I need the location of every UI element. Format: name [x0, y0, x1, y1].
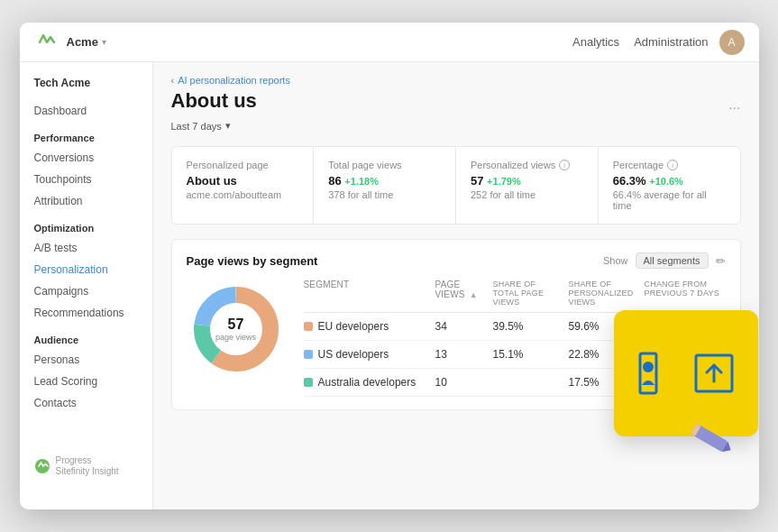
- sidebar-item-contacts[interactable]: Contacts: [20, 392, 152, 414]
- segment-name-2: Australia developers: [304, 376, 432, 389]
- person-bracket-icon: [637, 351, 682, 396]
- segment-share-total-1: 15.1%: [493, 348, 565, 361]
- stat-label-1: Total page views: [328, 160, 441, 170]
- date-filter-label: Last 7 days: [171, 121, 222, 132]
- segment-label-1: US developers: [318, 348, 389, 361]
- col-segment: SEGMENT: [304, 280, 432, 307]
- stat-sub-0: acme.com/aboutteam: [187, 189, 299, 200]
- donut-chart: 57 page views: [187, 280, 286, 379]
- footer-line2: Sitefinity Insight: [56, 466, 119, 477]
- stat-personalized-views: Personalized views i 57 +1.79% 252 for a…: [456, 147, 599, 224]
- segment-views-2: 10: [435, 376, 490, 389]
- sidebar-item-touchpoints[interactable]: Touchpoints: [20, 169, 152, 190]
- app-window: Acme ▾ Analytics Administration A Tech A…: [20, 23, 759, 509]
- stat-main-3: 66.3% +10.6%: [613, 174, 726, 188]
- stat-main-0: About us: [187, 174, 299, 188]
- stat-percentage: Percentage i 66.3% +10.6% 66.4% average …: [599, 147, 740, 224]
- sidebar: Tech Acme Dashboard Performance Conversi…: [20, 62, 153, 509]
- stat-main-2: 57 +1.79%: [471, 174, 583, 188]
- stat-change-1: +1.18%: [344, 176, 379, 187]
- segment-table-header: SEGMENT PAGE VIEWS ▲ SHARE OFTOTAL PAGE …: [304, 280, 726, 313]
- stat-sub-2: 252 for all time: [471, 189, 583, 200]
- info-icon-3[interactable]: i: [667, 160, 678, 170]
- segment-label-0: EU developers: [318, 320, 389, 333]
- breadcrumb-chevron: ‹: [171, 75, 175, 86]
- more-options-button[interactable]: ...: [728, 96, 740, 113]
- segment-label-2: Australia developers: [318, 376, 416, 389]
- sidebar-item-dashboard[interactable]: Dashboard: [20, 100, 152, 122]
- brand-name[interactable]: Acme: [67, 35, 98, 49]
- edit-icon[interactable]: ✏: [716, 254, 726, 268]
- col-page-views: PAGE VIEWS ▲: [435, 280, 490, 307]
- stat-change-3: +10.6%: [649, 176, 683, 187]
- sidebar-item-recommendations[interactable]: Recommendations: [20, 302, 152, 324]
- sidebar-footer: Progress Sitefinity Insight: [20, 441, 152, 491]
- segment-title: Page views by segment: [187, 254, 318, 268]
- sidebar-section-performance: Performance: [20, 122, 152, 147]
- donut-center: 57 page views: [215, 316, 256, 342]
- date-filter-chevron: ▾: [225, 120, 231, 132]
- main-layout: Tech Acme Dashboard Performance Conversi…: [20, 62, 759, 509]
- sidebar-item-campaigns[interactable]: Campaigns: [20, 280, 152, 302]
- segment-views-0: 34: [435, 320, 490, 333]
- stat-label-2: Personalized views i: [471, 160, 583, 170]
- sidebar-section-optimization: Optimization: [20, 212, 152, 237]
- sidebar-item-personas[interactable]: Personas: [20, 349, 152, 371]
- donut-label: page views: [215, 333, 256, 342]
- segment-controls: Show All segments ✏: [603, 252, 726, 269]
- progress-logo-icon: [34, 458, 50, 474]
- segment-header: Page views by segment Show All segments …: [187, 252, 726, 269]
- info-icon-2[interactable]: i: [559, 160, 570, 170]
- donut-value: 57: [215, 316, 256, 333]
- nav-administration[interactable]: Administration: [634, 35, 708, 49]
- sidebar-org-name: Tech Acme: [20, 77, 152, 100]
- segment-dot-0: [304, 322, 313, 331]
- upload-bracket-icon: [693, 353, 735, 394]
- col-share-personalized: SHARE OFPERSONALIZED VIEWS: [569, 280, 641, 307]
- segment-dot-1: [304, 350, 313, 359]
- content-area: ‹ AI personalization reports About us ..…: [153, 62, 759, 509]
- top-nav: Analytics Administration: [572, 35, 708, 49]
- date-filter[interactable]: Last 7 days ▾: [171, 120, 741, 132]
- stat-sub-1: 378 for all time: [328, 189, 441, 200]
- stat-main-1: 86 +1.18%: [328, 174, 441, 188]
- topbar: Acme ▾ Analytics Administration A: [20, 23, 759, 62]
- brand-chevron[interactable]: ▾: [102, 37, 106, 47]
- stats-row: Personalized page About us acme.com/abou…: [171, 146, 741, 225]
- stat-change-2: +1.79%: [487, 176, 521, 187]
- segment-card: Page views by segment Show All segments …: [171, 239, 741, 410]
- sidebar-item-personalization[interactable]: Personalization: [20, 259, 152, 280]
- col-change: CHANGE FROMPREVIOUS 7 DAYS: [645, 280, 726, 307]
- sidebar-section-audience: Audience: [20, 324, 152, 349]
- stat-personalized-page: Personalized page About us acme.com/abou…: [172, 147, 315, 224]
- nav-analytics[interactable]: Analytics: [572, 35, 619, 49]
- overlay-card: [614, 310, 758, 436]
- segment-dot-2: [304, 378, 313, 387]
- all-segments-badge[interactable]: All segments: [636, 252, 709, 269]
- segment-views-1: 13: [435, 348, 490, 361]
- app-logo: [34, 30, 59, 55]
- avatar[interactable]: A: [719, 30, 745, 55]
- sidebar-item-attribution[interactable]: Attribution: [20, 190, 152, 212]
- breadcrumb[interactable]: ‹ AI personalization reports: [171, 75, 741, 86]
- svg-rect-5: [640, 353, 656, 393]
- col-share-total: SHARE OFTOTAL PAGE VIEWS: [493, 280, 565, 307]
- segment-share-total-0: 39.5%: [493, 320, 565, 333]
- segment-name-1: US developers: [304, 348, 432, 361]
- stat-sub-3: 66.4% average for all time: [613, 189, 726, 211]
- footer-line1: Progress: [56, 455, 119, 466]
- sidebar-item-conversions[interactable]: Conversions: [20, 147, 152, 169]
- svg-point-6: [643, 362, 654, 372]
- stat-label-3: Percentage i: [613, 160, 726, 170]
- page-title: About us: [171, 89, 257, 113]
- breadcrumb-label[interactable]: AI personalization reports: [178, 75, 290, 86]
- stat-label-0: Personalized page: [187, 160, 299, 170]
- sidebar-item-ab-tests[interactable]: A/B tests: [20, 237, 152, 259]
- sidebar-item-lead-scoring[interactable]: Lead Scoring: [20, 371, 152, 392]
- segment-name-0: EU developers: [304, 320, 432, 333]
- show-label: Show: [603, 255, 628, 266]
- stat-total-views: Total page views 86 +1.18% 378 for all t…: [314, 147, 456, 224]
